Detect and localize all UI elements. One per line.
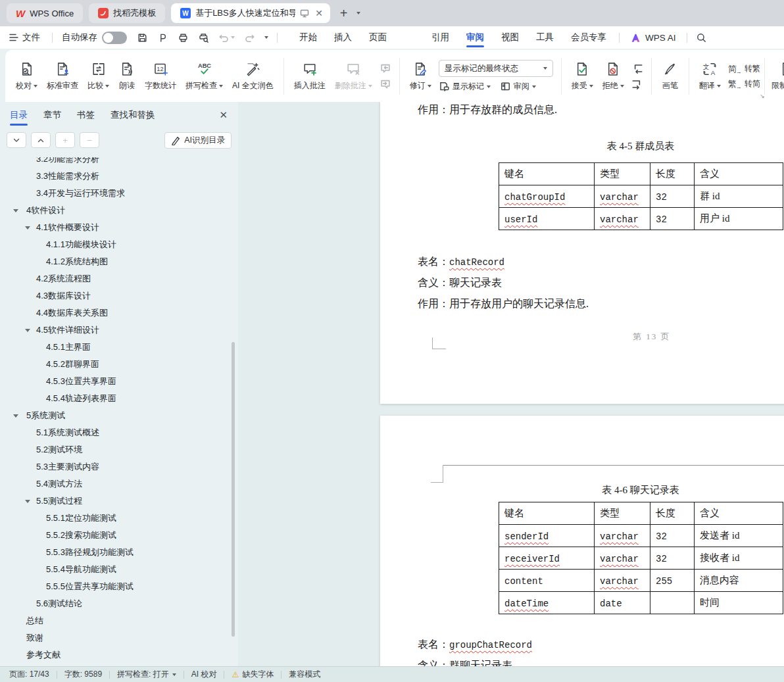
collapse-arrow-icon[interactable] [13,414,18,420]
ink-brush-button[interactable]: 画笔 [657,57,683,95]
new-tab-button[interactable]: + [340,6,348,21]
table-cell[interactable]: 32 [650,525,695,547]
tab-review[interactable]: 审阅 [458,26,493,49]
table-cell[interactable]: 时间 [695,592,783,614]
table-cell[interactable]: 32 [650,547,695,570]
screen-share-icon[interactable] [300,9,309,18]
table-cell[interactable]: dateTime [499,592,595,614]
group-member-table[interactable]: 键名类型长度含义chatGroupIdvarchar32群 iduserIdva… [499,162,783,230]
close-sidebar-icon[interactable]: ✕ [219,109,228,121]
table-cell[interactable]: 群 id [695,185,783,208]
collapse-arrow-icon[interactable] [25,329,30,335]
spell-check-button[interactable]: ABC 拼写检查 [181,57,228,95]
collapse-arrow-icon[interactable] [25,500,30,506]
search-icon[interactable] [691,32,712,43]
to-traditional-button[interactable]: 简→ 转繁 [728,63,760,74]
toc-item[interactable]: 参考文献 [0,646,232,664]
toc-item[interactable]: 5.5.5位置共享功能测试 [0,578,232,595]
table-header-cell[interactable]: 含义 [695,502,783,525]
toc-item[interactable]: 4.5.4轨迹列表界面 [0,390,232,407]
tab-home[interactable]: 开始 [291,26,326,49]
sidebar-tab-chapters[interactable]: 章节 [43,102,61,128]
toc-item[interactable]: 5.5.4导航功能测试 [0,561,232,578]
toc-item[interactable]: 4.5.2群聊界面 [0,356,232,373]
toc-next-heading-button[interactable] [7,132,26,148]
paragraph[interactable]: 表名：chatRecord [418,255,504,269]
review-pane-button[interactable]: 审阅 [500,81,536,92]
toc-item[interactable]: 4.5.3位置共享界面 [0,373,232,390]
ai-polish-button[interactable]: AI 全文润色 [228,57,278,95]
tab-tools[interactable]: 工具 [527,26,562,49]
previous-change-button[interactable] [631,62,643,74]
tab-list-chevron-icon[interactable] [356,12,360,14]
table-cell[interactable]: varchar [595,185,650,208]
toc-item[interactable]: 5.5测试过程 [0,493,232,510]
spell-check-status[interactable]: 拼写检查: 打开 [117,669,176,680]
print-preview-button[interactable] [193,32,214,43]
table-header-cell[interactable]: 含义 [695,163,783,185]
table-cell[interactable]: chatGroupId [499,185,595,208]
table-cell[interactable]: varchar [595,208,650,230]
compatibility-mode-indicator[interactable]: 兼容模式 [289,669,320,680]
document-page-14[interactable]: 表 4-6 聊天记录表 键名类型长度含义senderIdvarchar32发送者… [380,416,784,667]
paragraph[interactable]: 作用：用于存放群的成员信息. [418,103,557,116]
table-caption[interactable]: 表 4-6 聊天记录表 [499,484,783,497]
show-markup-button[interactable]: 显示标记 [439,81,491,92]
collapse-arrow-icon[interactable] [25,226,30,232]
table-cell[interactable]: 32 [650,208,695,230]
quick-toolbar-chevron-icon[interactable] [260,36,273,39]
document-page-13[interactable]: 作用：用于存放群的成员信息. 表 4-5 群成员表 键名类型长度含义chatGr… [380,102,784,404]
to-simplified-button[interactable]: 繁→ 转简 [728,78,760,89]
toc-item[interactable]: 3.2功能需求分析 [0,157,232,168]
toc-item[interactable]: 4.5.1主界面 [0,339,232,356]
word-count-indicator[interactable]: 字数: 9589 [64,669,102,680]
paragraph[interactable]: 作用：用于存放用户的聊天记录信息. [418,297,589,310]
sidebar-tab-bookmarks[interactable]: 书签 [77,102,95,128]
next-change-button[interactable] [631,78,643,90]
insert-comment-button[interactable]: 插入批注 [289,57,330,95]
tab-document[interactable]: W 基于LBS多人快速定位和导航 ✕ [171,3,330,23]
table-cell[interactable]: 255 [650,570,695,592]
tab-member[interactable]: 会员专享 [562,26,615,49]
close-tab-icon[interactable]: ✕ [314,8,324,18]
table-cell[interactable]: varchar [595,525,650,547]
wps-ai-button[interactable]: WPS AI [624,32,683,43]
save-button[interactable] [132,32,153,43]
tab-wps-office-home[interactable]: W WPS Office [7,3,83,23]
tab-references[interactable]: 引用 [423,26,458,49]
table-cell[interactable]: 32 [650,185,695,208]
toc-item[interactable]: 4软件设计 [0,202,232,219]
autosave-toggle[interactable] [102,32,127,44]
tab-view[interactable]: 视图 [493,26,527,49]
proofread-button[interactable]: 校对 [11,57,42,95]
table-cell[interactable]: 消息内容 [695,570,783,592]
toc-item[interactable]: 5.5.1定位功能测试 [0,510,232,527]
toc-item[interactable]: 5.6测试结论 [0,595,232,612]
accept-change-button[interactable]: 接受 [567,57,598,95]
table-cell[interactable] [650,592,695,614]
table-cell[interactable]: content [499,570,595,592]
table-cell[interactable]: 发送者 id [695,525,783,547]
missing-font-warning[interactable]: ⚠缺失字体 [232,669,274,680]
print-button[interactable] [173,32,193,43]
standard-review-button[interactable]: 标准审查 [42,57,83,95]
toc-item[interactable]: 4.5软件详细设计 [0,322,232,339]
table-cell[interactable]: 用户 id [695,208,783,230]
file-menu[interactable]: 文件 [0,32,48,43]
sidebar-tab-find-replace[interactable]: 查找和替换 [110,102,155,128]
ai-recognize-toc-button[interactable]: AI识别目录 [164,132,232,149]
toc-item[interactable]: 4.2系统流程图 [0,270,232,287]
toc-item[interactable]: 5.4测试方法 [0,475,232,493]
toc-item[interactable]: 总结 [0,612,232,629]
toc-item[interactable]: 4.1软件概要设计 [0,219,232,236]
toc-item[interactable]: 4.1.1功能模块设计 [0,236,232,253]
paragraph[interactable]: 表名：groupChatRecord [418,638,532,652]
sidebar-scrollbar[interactable] [232,342,235,637]
translate-button[interactable]: 文A 翻译 [695,57,725,95]
table-cell[interactable]: userId [499,208,595,230]
restrict-editing-button[interactable]: 限制编辑 [767,57,784,95]
sidebar-tab-contents[interactable]: 目录 [10,102,28,128]
read-aloud-button[interactable]: 朗读 [114,57,140,95]
table-cell[interactable]: 接收者 id [695,547,783,570]
toc-previous-heading-button[interactable] [31,132,51,148]
